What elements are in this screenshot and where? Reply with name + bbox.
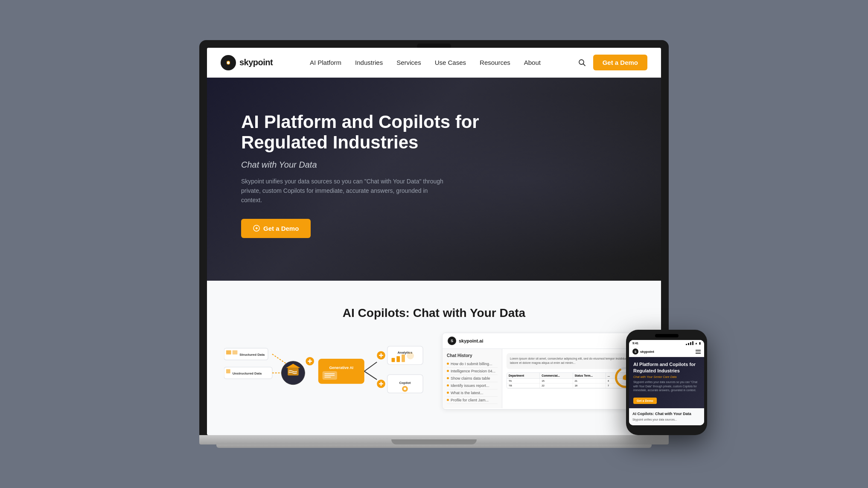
lower-content: Structured Data Unstructured Data: [224, 333, 644, 410]
nav-item-about[interactable]: About: [524, 59, 541, 66]
svg-rect-34: [396, 356, 400, 362]
lower-section-title: AI Copilots: Chat with Your Data: [343, 306, 525, 320]
phone-logo: S skypoint: [632, 349, 654, 354]
hero-cta-button[interactable]: Get a Demo: [241, 219, 311, 238]
chat-dot-icon: [447, 384, 449, 386]
svg-text:Unstructured Data: Unstructured Data: [233, 372, 262, 375]
search-icon: [578, 58, 586, 67]
search-button[interactable]: [578, 58, 586, 67]
phone-logo-text: skypoint: [640, 350, 654, 354]
navbar: skypoint AI Platform Industries Services…: [207, 48, 661, 78]
phone-time: 9:41: [632, 342, 638, 345]
chat-history-item[interactable]: What is the latest...: [447, 389, 498, 397]
chat-main-area: Lorem ipsum dolor sit amet, consectetur …: [502, 349, 644, 408]
phone-status-icons: ▲ ▮: [686, 341, 701, 345]
phone-hero-title: AI Platform and Copilots for Regulated I…: [633, 361, 700, 374]
chat-history-item[interactable]: Identify issues report...: [447, 382, 498, 389]
hero-title: AI Platform and Copilots for Regulated I…: [241, 112, 480, 153]
hero-subtitle: Chat with Your Data: [241, 160, 480, 170]
chat-logo: S skypoint.ai: [448, 337, 483, 345]
svg-text:Copilot: Copilot: [399, 381, 411, 384]
svg-rect-6: [226, 350, 231, 354]
svg-rect-10: [226, 369, 230, 373]
svg-rect-33: [392, 357, 395, 362]
svg-point-43: [404, 387, 406, 390]
chat-logo-icon: S: [448, 337, 456, 345]
phone-hero-section: AI Platform and Copilots for Regulated I…: [629, 357, 704, 408]
chat-dot-icon: [447, 370, 449, 372]
hero-section: AI Platform and Copilots for Regulated I…: [207, 78, 661, 281]
nav-item-industries[interactable]: Industries: [355, 59, 383, 66]
laptop-frame: skypoint AI Platform Industries Services…: [199, 40, 669, 448]
svg-point-1: [227, 61, 230, 64]
chat-dot-icon: [447, 399, 449, 401]
battery-icon: ▮: [699, 342, 701, 345]
lower-section: AI Copilots: Chat with Your Data: [207, 281, 661, 435]
phone-status-bar: 9:41 ▲ ▮: [629, 340, 704, 346]
laptop-bezel: skypoint AI Platform Industries Services…: [199, 40, 669, 435]
chat-dot-icon: [447, 392, 449, 394]
nav-item-resources[interactable]: Resources: [480, 59, 510, 66]
chat-panel-header: S skypoint.ai ⊞ ···: [443, 333, 644, 349]
logo-icon: [221, 55, 236, 70]
phone-mockup: 9:41 ▲ ▮ S skypoint: [626, 330, 707, 435]
phone-notch: [655, 334, 679, 337]
chat-history-item[interactable]: Profile for client Jam...: [447, 397, 498, 404]
phone-hero-cta-button[interactable]: Get a Demo: [633, 398, 657, 404]
chat-history-item[interactable]: How do I submit billing...: [447, 360, 498, 368]
laptop-base: [199, 435, 669, 444]
phone-hero-subtitle: Chat with Your Senior Care Data: [633, 375, 700, 378]
phone-screen: 9:41 ▲ ▮ S skypoint: [629, 340, 704, 425]
diagram-area: Structured Data Unstructured Data: [224, 333, 425, 410]
svg-line-27: [364, 371, 377, 380]
svg-line-26: [364, 362, 377, 371]
phone-logo-icon: S: [632, 349, 638, 354]
svg-text:Structured Data: Structured Data: [239, 353, 265, 357]
chat-dot-icon: [447, 363, 449, 365]
phone-lower-title: AI Copilots: Chat with Your Data: [632, 412, 701, 416]
nav-item-ai-platform[interactable]: AI Platform: [310, 59, 341, 66]
phone-lower-section: AI Copilots: Chat with Your Data Skypoin…: [629, 408, 704, 425]
svg-rect-7: [233, 350, 238, 354]
chat-history-label: Chat History: [447, 353, 498, 358]
svg-text:Generative AI: Generative AI: [329, 366, 353, 370]
svg-line-3: [583, 64, 585, 66]
laptop-screen: skypoint AI Platform Industries Services…: [207, 48, 661, 435]
laptop-hinge-notch: [391, 439, 477, 444]
signal-icon: [686, 341, 693, 345]
hamburger-menu-icon[interactable]: [696, 350, 701, 354]
get-demo-button[interactable]: Get a Demo: [593, 55, 647, 70]
logo-text: skypoint: [239, 58, 273, 67]
logo-link[interactable]: skypoint: [221, 55, 273, 70]
website: skypoint AI Platform Industries Services…: [207, 48, 661, 435]
laptop-container: skypoint AI Platform Industries Services…: [199, 40, 669, 448]
wifi-icon: ▲: [695, 342, 698, 345]
chat-body-container: Chat History How do I submit billing... …: [443, 349, 644, 408]
svg-rect-35: [402, 354, 405, 362]
hero-description: Skypoint unifies your data sources so yo…: [241, 177, 446, 205]
svg-point-36: [407, 352, 414, 359]
architecture-diagram: Structured Data Unstructured Data: [224, 334, 425, 409]
phone-home-indicator: [656, 428, 677, 429]
nav-item-services[interactable]: Services: [396, 59, 421, 66]
navbar-actions: Get a Demo: [578, 55, 647, 70]
phone-lower-text: Skypoint unifies your data sources...: [632, 418, 701, 422]
nav-item-use-cases[interactable]: Use Cases: [435, 59, 466, 66]
circle-arrow-icon: [253, 225, 260, 232]
chat-history-item[interactable]: Intelligence Precision 04...: [447, 368, 498, 375]
chat-dot-icon: [447, 377, 449, 379]
phone-navbar: S skypoint: [629, 346, 704, 357]
hero-content: AI Platform and Copilots for Regulated I…: [241, 112, 480, 238]
chat-sidebar: Chat History How do I submit billing... …: [443, 349, 502, 408]
phone-hero-description: Skypoint unifies your data sources so yo…: [633, 380, 700, 392]
chat-preview-panel: S skypoint.ai ⊞ ··· Chat History: [442, 333, 644, 410]
laptop-foot: [216, 444, 652, 448]
chat-history-item[interactable]: Show claims data table: [447, 375, 498, 382]
navbar-nav: AI Platform Industries Services Use Case…: [310, 59, 541, 66]
